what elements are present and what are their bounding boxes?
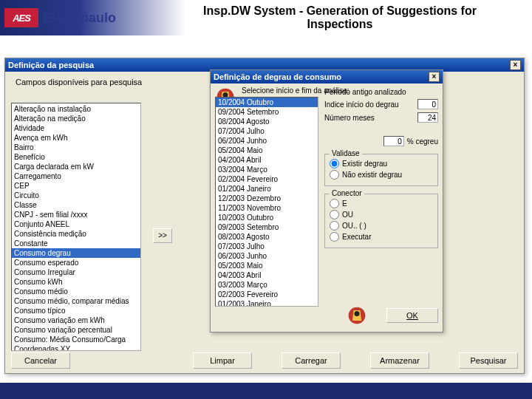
list-item[interactable]: 03/2004 Março: [216, 165, 318, 174]
dialog-button-row: Cancelar Limpar Carregar Armazenar Pesqu…: [11, 352, 518, 369]
connector-e-radio[interactable]: [330, 199, 339, 208]
search-button[interactable]: Pesquisar: [459, 352, 518, 369]
list-item[interactable]: Consumo médio, comparar médias: [12, 296, 140, 306]
list-item[interactable]: 07/2003 Julho: [216, 242, 318, 251]
list-item[interactable]: Consumo variação percentual: [12, 325, 140, 335]
list-item[interactable]: 08/2003 Agosto: [216, 232, 318, 242]
list-item[interactable]: 06/2003 Junho: [216, 251, 318, 261]
store-button[interactable]: Armazenar: [370, 352, 429, 369]
pct-degrau-label: % cegreu: [407, 137, 438, 146]
list-item[interactable]: Coordenadas XY: [12, 344, 140, 351]
warning-icon: [347, 305, 367, 326]
close-icon[interactable]: ×: [510, 60, 521, 70]
footer-bar: [0, 383, 532, 399]
connector-ou-label: OU: [342, 211, 353, 219]
list-item[interactable]: CEP: [12, 181, 140, 191]
list-item[interactable]: Atividade: [12, 123, 140, 133]
popup-title: Definição de degrau de consumo: [214, 72, 341, 81]
brand-logo: AES Eletropaulo: [0, 8, 116, 27]
list-item[interactable]: 01/2004 Janeiro: [216, 184, 318, 194]
list-item[interactable]: Carga declarada em kW: [12, 162, 140, 171]
list-item[interactable]: Classe: [12, 200, 140, 210]
transfer-right-button[interactable]: >>: [153, 228, 172, 243]
list-item[interactable]: 09/2003 Setembro: [216, 222, 318, 232]
list-item[interactable]: 05/2003 Maio: [216, 261, 318, 270]
list-item[interactable]: 06/2004 Junho: [216, 136, 318, 146]
step-definition-dialog: Definição de degrau de consumo × Selecio…: [210, 69, 443, 332]
exist-step-radio[interactable]: [330, 159, 339, 168]
cancel-button[interactable]: Cancelar: [11, 352, 70, 369]
svg-point-3: [355, 311, 360, 316]
list-item[interactable]: Circuito: [12, 191, 140, 200]
list-item[interactable]: Consumo: Média Consumo/Carga: [12, 335, 140, 344]
load-button[interactable]: Carregar: [282, 352, 341, 369]
list-item[interactable]: Consumo típico: [12, 306, 140, 316]
list-item[interactable]: 04/2003 Abril: [216, 270, 318, 280]
list-item[interactable]: Consumo variação em kWh: [12, 316, 140, 325]
connector-ou-paren-radio[interactable]: [330, 221, 339, 231]
months-count-label: Número meses: [324, 114, 415, 122]
available-fields-list[interactable]: Alteração na instalaçãoAlteração na medi…: [11, 103, 141, 351]
list-item[interactable]: 01/2003 Janeiro: [216, 299, 318, 307]
list-item[interactable]: Alteração na medição: [12, 114, 140, 123]
exist-step-label: Existir degrau: [342, 160, 387, 168]
start-index-input[interactable]: [417, 99, 438, 109]
list-item[interactable]: Consumo médio: [12, 287, 140, 296]
months-count-input[interactable]: [417, 112, 438, 123]
months-list[interactable]: 10/2004 Outubro09/2004 Setembro08/2004 A…: [215, 97, 318, 307]
dialog-title: Definição da pesquisa: [8, 61, 94, 69]
connector-legend: Conector: [330, 189, 364, 197]
page-title-line-2: Inspections: [307, 18, 373, 30]
list-item[interactable]: Consistência medição: [12, 229, 140, 239]
list-item[interactable]: Consumo degrau: [12, 248, 140, 258]
list-item[interactable]: 02/2004 Fevereiro: [216, 174, 318, 184]
list-item[interactable]: 02/2003 Fevereiro: [216, 290, 318, 299]
list-item[interactable]: 12/2003 Dezembro: [216, 194, 318, 203]
list-item[interactable]: Conjunto ANEEL: [12, 219, 140, 229]
popup-titlebar[interactable]: Definição de degrau de consumo ×: [211, 70, 443, 83]
clear-button[interactable]: Limpar: [193, 352, 252, 369]
list-item[interactable]: Bairro: [12, 143, 140, 152]
pct-degrau-input[interactable]: [383, 136, 404, 146]
ok-button[interactable]: OK: [386, 308, 438, 323]
connector-group: Conector E OU OU.. ( ) Executar: [324, 194, 438, 248]
list-item[interactable]: 08/2004 Agosto: [216, 117, 318, 126]
page-title-line-1: Insp.DW System - Generation of Suggestio…: [203, 4, 477, 17]
list-item[interactable]: 07/2004 Julho: [216, 126, 318, 136]
list-item[interactable]: 09/2004 Setembro: [216, 107, 318, 117]
not-exist-step-radio[interactable]: [330, 170, 339, 180]
connector-execute-radio[interactable]: [330, 232, 339, 242]
period-analysed-label: Período antigo analizado: [324, 88, 438, 96]
close-icon[interactable]: ×: [429, 72, 440, 82]
list-item[interactable]: Avença em kWh: [12, 133, 140, 143]
list-item[interactable]: CNPJ - sem filial /xxxx: [12, 210, 140, 219]
list-item[interactable]: 05/2004 Maio: [216, 146, 318, 155]
list-item[interactable]: Benefício: [12, 152, 140, 162]
validate-legend: Validase: [330, 149, 362, 157]
start-index-label: Indice início do degrau: [324, 100, 415, 109]
connector-e-label: E: [342, 200, 347, 208]
list-item[interactable]: 10/2003 Outubro: [216, 213, 318, 222]
connector-ou-radio[interactable]: [330, 210, 339, 219]
not-exist-step-label: Não existir degrau: [342, 171, 402, 179]
list-item[interactable]: Alteração na instalação: [12, 104, 140, 114]
list-item[interactable]: Constante: [12, 239, 140, 248]
brand-name: Eletropaulo: [43, 10, 116, 26]
list-item[interactable]: 04/2004 Abril: [216, 155, 318, 165]
list-item[interactable]: Carregamento: [12, 171, 140, 181]
page-title: Insp.DW System - Generation of Suggestio…: [163, 4, 517, 32]
brand-abbrev: AES: [4, 8, 38, 27]
list-item[interactable]: 03/2003 Março: [216, 280, 318, 290]
validate-group: Validase Existir degrau Não existir degr…: [324, 154, 438, 186]
connector-execute-label: Executar: [342, 233, 371, 241]
list-item[interactable]: 10/2004 Outubro: [216, 98, 318, 107]
list-item[interactable]: 11/2003 Novembro: [216, 203, 318, 213]
app-banner: AES Eletropaulo Insp.DW System - Generat…: [0, 0, 532, 35]
list-item[interactable]: Consumo esperado: [12, 258, 140, 267]
list-item[interactable]: Consumo Irregular: [12, 267, 140, 277]
connector-ou-paren-label: OU.. ( ): [342, 222, 366, 230]
list-item[interactable]: Consumo kWh: [12, 277, 140, 287]
